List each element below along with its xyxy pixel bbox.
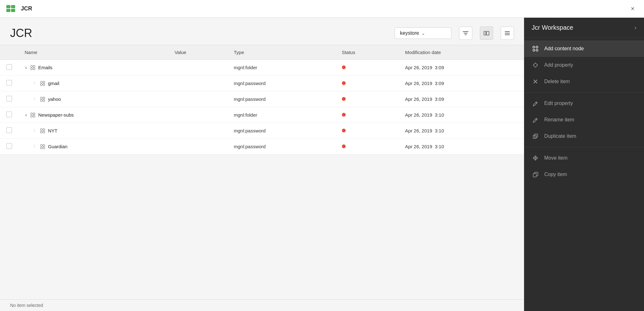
col-checkbox — [0, 45, 18, 60]
menu-button[interactable] — [501, 27, 514, 40]
jcr-header: JCR keystore ⌄ — [0, 18, 524, 45]
menu-item-move-item[interactable]: Move item — [524, 150, 644, 166]
svg-point-28 — [40, 147, 42, 149]
svg-point-20 — [31, 115, 33, 117]
table-row[interactable]: 〉 yahoo mgnl:password Apr 26, 2019 3:09 — [0, 91, 524, 107]
status-indicator — [342, 144, 346, 148]
svg-rect-1 — [11, 5, 15, 8]
menu-item-label-rename-item: Rename item — [544, 117, 574, 123]
row-status-cell — [336, 91, 399, 107]
row-checkbox[interactable] — [6, 64, 12, 70]
duplicate-icon — [532, 133, 539, 139]
svg-point-6 — [31, 65, 33, 67]
svg-rect-34 — [533, 135, 536, 138]
row-checkbox-cell — [0, 91, 18, 107]
svg-point-22 — [40, 129, 42, 131]
row-date-cell: Apr 26, 2019 3:09 — [399, 76, 524, 91]
row-checkbox[interactable] — [6, 127, 12, 133]
row-name-label: Guardian — [48, 144, 68, 149]
menu-item-label-copy-item: Copy item — [544, 172, 567, 177]
node-icon — [40, 81, 45, 86]
menu-item-duplicate-item[interactable]: Duplicate item — [524, 128, 644, 144]
panel-title: Jcr Workspace — [532, 24, 573, 31]
svg-rect-3 — [11, 9, 15, 12]
node-icon — [40, 144, 45, 149]
divider-divider1 — [524, 92, 644, 93]
svg-point-12 — [40, 84, 42, 86]
col-type: Type — [228, 45, 336, 60]
row-checkbox[interactable] — [6, 80, 12, 86]
expand-icon[interactable]: ∨ — [25, 65, 27, 70]
menu-item-label-add-property: Add property — [544, 62, 573, 68]
menu-item-edit-property[interactable]: Edit property — [524, 95, 644, 112]
svg-point-15 — [43, 97, 45, 99]
filter-button[interactable] — [459, 27, 472, 40]
menu-item-copy-item[interactable]: Copy item — [524, 166, 644, 183]
svg-point-18 — [31, 113, 33, 115]
close-icon — [532, 78, 539, 85]
close-button[interactable]: × — [628, 4, 638, 14]
expand-icon[interactable]: 〉 — [33, 128, 37, 133]
menu-item-label-add-content-node: Add content node — [544, 46, 584, 52]
expand-icon[interactable]: 〉 — [33, 96, 37, 102]
table-row[interactable]: ∨ Emails mgnl:folder Apr 26, 2019 3:09 — [0, 60, 524, 76]
columns-icon — [483, 30, 490, 36]
menu-item-rename-item[interactable]: Rename item — [524, 112, 644, 128]
row-status-cell — [336, 60, 399, 76]
menu-item-delete-item[interactable]: Delete item — [524, 73, 644, 90]
row-name-cell: 〉 gmail — [18, 76, 168, 91]
table-row[interactable]: 〉 gmail mgnl:password Apr 26, 2019 3:09 — [0, 76, 524, 91]
row-checkbox-cell — [0, 123, 18, 139]
hamburger-icon — [504, 30, 510, 36]
row-name-label: NYT — [48, 128, 57, 133]
status-indicator — [342, 113, 346, 117]
status-bar: No item selected — [0, 299, 524, 311]
svg-point-16 — [40, 100, 42, 101]
right-panel: Jcr Workspace › Add content node Add pro… — [524, 18, 644, 311]
row-checkbox[interactable] — [6, 112, 12, 117]
menu-item-label-delete-item: Delete item — [544, 79, 570, 84]
row-name-cell: ∨ Newspaper-subs — [18, 107, 168, 123]
svg-point-32 — [533, 49, 535, 51]
row-name-label: Newspaper-subs — [38, 112, 74, 118]
table-row[interactable]: 〉 Guardian mgnl:password Apr 26, 2019 3:… — [0, 139, 524, 155]
columns-button[interactable] — [480, 27, 493, 40]
svg-point-25 — [43, 131, 45, 133]
node-icon — [40, 128, 45, 134]
workspace-label: keystore — [400, 30, 419, 36]
col-name: Name — [18, 45, 168, 60]
row-checkbox[interactable] — [6, 143, 12, 149]
workspace-selector[interactable]: keystore ⌄ — [395, 27, 451, 39]
row-checkbox[interactable] — [6, 96, 12, 101]
row-value-cell — [168, 123, 228, 139]
move-icon — [532, 155, 539, 161]
row-value-cell — [168, 76, 228, 91]
row-name-cell: 〉 NYT — [18, 123, 168, 139]
svg-point-31 — [536, 46, 538, 48]
data-table: Name Value Type Status Modification date… — [0, 45, 524, 155]
expand-icon[interactable]: 〉 — [33, 81, 37, 86]
top-bar: JCR × — [0, 0, 644, 18]
menu-item-add-property[interactable]: Add property — [524, 57, 644, 73]
row-checkbox-cell — [0, 107, 18, 123]
panel-chevron-icon[interactable]: › — [635, 24, 636, 31]
table-row[interactable]: 〉 NYT mgnl:password Apr 26, 2019 3:10 — [0, 123, 524, 139]
table-header-row: Name Value Type Status Modification date — [0, 45, 524, 60]
svg-point-26 — [40, 144, 42, 146]
row-value-cell — [168, 60, 228, 76]
app-logo — [6, 4, 16, 14]
row-name-cell: 〉 yahoo — [18, 91, 168, 107]
node-icon — [30, 112, 36, 118]
row-name-cell: 〉 Guardian — [18, 139, 168, 155]
svg-rect-5 — [486, 31, 489, 35]
status-indicator — [342, 81, 346, 85]
col-status: Status — [336, 45, 399, 60]
table-row[interactable]: ∨ Newspaper-subs mgnl:folder Apr 26, 201… — [0, 107, 524, 123]
expand-icon[interactable]: ∨ — [25, 113, 27, 117]
menu-item-label-edit-property: Edit property — [544, 101, 573, 106]
svg-rect-0 — [6, 5, 10, 8]
row-type-cell: mgnl:password — [228, 76, 336, 91]
expand-icon[interactable]: 〉 — [33, 144, 37, 149]
menu-item-add-content-node[interactable]: Add content node — [524, 40, 644, 57]
svg-point-30 — [533, 46, 535, 48]
